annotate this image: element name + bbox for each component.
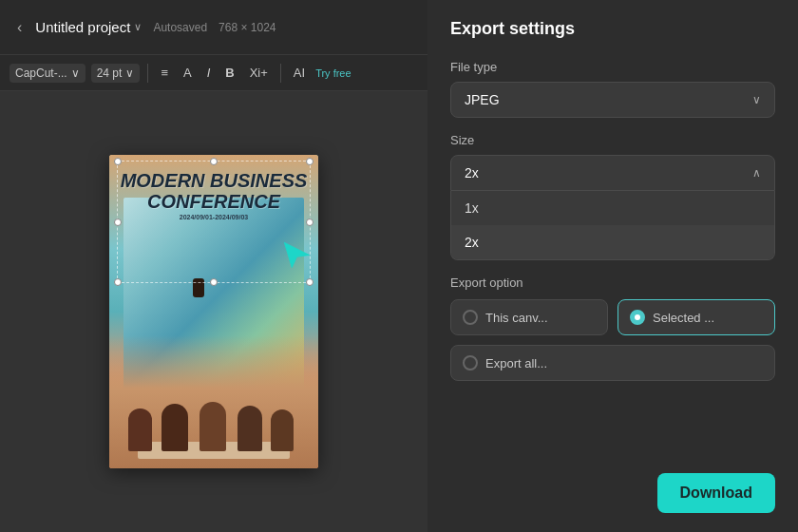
lantern [193,278,204,297]
font-selector[interactable]: CapCut-... ∨ [10,64,86,83]
size-option-2x[interactable]: 2x [451,225,774,259]
size-label: Size [450,133,775,147]
export-option-label: Export option [450,276,775,290]
person-5 [271,409,294,451]
canvas-dimensions: 768 × 1024 [218,21,276,34]
export-option-row1: This canv... Selected ... [450,299,775,335]
size-selector[interactable]: 2x ∧ [450,155,775,191]
size-dropdown-menu: 1x 2x [450,191,775,260]
size-chevron-icon: ∧ [752,166,761,180]
canvas-area[interactable]: MODERN BUSINESS CONFERENCE 2024/09/01-20… [0,91,428,532]
size-value: 2x [465,165,479,180]
project-title-area: Untitled project ∨ [35,19,142,35]
this-canvas-label: This canv... [485,311,548,325]
poster-title-box: MODERN BUSINESS CONFERENCE 2024/09/01-20… [109,164,318,226]
file-type-label: File type [450,60,775,74]
file-type-selector[interactable]: JPEG ∨ [450,82,775,118]
person-4 [238,406,262,451]
project-title: Untitled project [35,19,130,35]
title-dropdown-icon[interactable]: ∨ [134,21,142,33]
person-1 [128,408,152,451]
person-3 [200,402,226,451]
svg-marker-0 [284,242,309,267]
back-button[interactable]: ‹ [11,15,28,40]
file-type-value: JPEG [465,92,500,107]
font-name: CapCut-... [15,66,67,80]
canvas-poster: MODERN BUSINESS CONFERENCE 2024/09/01-20… [109,155,318,468]
toolbar-divider-2 [280,64,281,83]
export-panel: Export settings File type JPEG ∨ Size 2x… [428,0,798,532]
export-panel-title: Export settings [450,19,775,39]
font-chevron-icon: ∨ [71,66,80,80]
font-size-value: 24 pt [97,66,123,80]
selected-label: Selected ... [653,311,714,325]
export-all-option[interactable]: Export all... [450,345,775,381]
toolbar-divider-1 [147,64,148,83]
editor-topbar: ‹ Untitled project ∨ Autosaved 768 × 102… [0,0,428,55]
export-all-radio[interactable] [463,355,478,370]
size-option-1x[interactable]: 1x [451,191,774,225]
ai-button[interactable]: AI [289,63,310,83]
more-button[interactable]: Xi+ [245,63,273,83]
editor-panel: ‹ Untitled project ∨ Autosaved 768 × 102… [0,0,428,532]
selected-radio-inner [635,314,640,320]
try-free-link[interactable]: Try free [315,67,352,79]
export-all-label: Export all... [485,356,547,370]
autosaved-status: Autosaved [153,21,207,34]
this-canvas-radio[interactable] [463,310,478,325]
person-2 [162,404,188,451]
spacer [450,390,775,473]
italic-button[interactable]: I [202,63,216,83]
file-type-chevron-icon: ∨ [752,93,761,106]
this-canvas-option[interactable]: This canv... [450,299,608,335]
poster-illustration [109,335,318,468]
align-button[interactable]: ≡ [156,63,173,83]
selected-radio[interactable] [630,310,645,325]
font-size-chevron-icon: ∨ [125,66,134,80]
poster-date: 2024/09/01-2024/09/03 [115,214,313,220]
poster-title-line1: MODERN BUSINESS [115,170,313,191]
font-size-selector[interactable]: 24 pt ∨ [91,64,141,83]
editor-toolbar: CapCut-... ∨ 24 pt ∨ ≡ A I B Xi+ AI Try … [0,55,428,91]
poster-title-line2: CONFERENCE [115,191,313,212]
bold-button[interactable]: B [220,63,238,83]
text-color-button[interactable]: A [179,63,197,83]
download-button[interactable]: Download [657,473,775,513]
selected-option[interactable]: Selected ... [618,299,775,335]
